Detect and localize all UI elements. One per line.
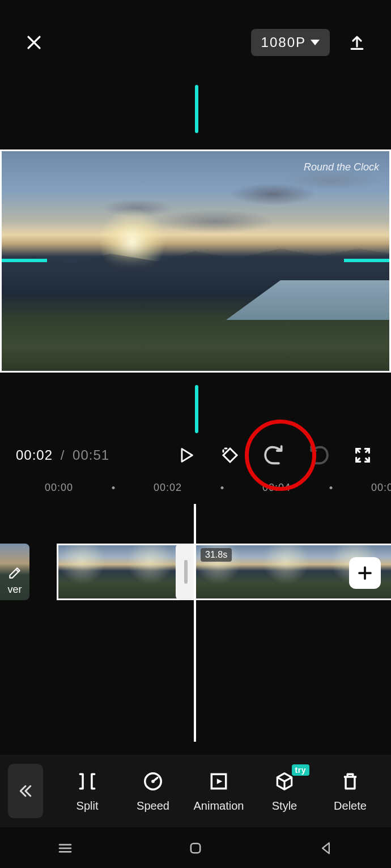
chevrons-left-icon [17, 783, 34, 799]
tool-split-label: Split [76, 799, 99, 813]
svg-rect-3 [191, 844, 200, 853]
play-button[interactable] [173, 443, 198, 468]
nav-back-icon[interactable] [316, 838, 336, 858]
try-badge: try [292, 764, 309, 776]
ruler-tick [330, 486, 333, 489]
resolution-dropdown[interactable]: 1080P [251, 29, 330, 56]
time-ruler[interactable]: 00:00 00:02 00:04 00:06 [0, 478, 391, 499]
redo-button[interactable] [306, 443, 331, 468]
chevron-down-icon [311, 40, 320, 45]
clip-thumbnail [262, 545, 330, 598]
clip-duration-badge: 31.8s [201, 548, 232, 562]
timecode-separator: / [61, 447, 65, 463]
delete-icon [339, 770, 362, 793]
keyframe-button[interactable] [218, 443, 243, 468]
playhead-line[interactable] [194, 504, 196, 742]
tool-speed-label: Speed [137, 799, 169, 813]
nav-home-icon[interactable] [185, 838, 206, 858]
preview-frame: Round the Clock [2, 151, 389, 371]
playhead-indicator-mid [195, 385, 198, 433]
tool-animation[interactable]: Animation [190, 770, 247, 813]
playhead-indicator-top [195, 85, 198, 133]
ruler-mark: 00:06 [371, 482, 391, 494]
close-button[interactable] [23, 31, 45, 54]
toolbar-back-button[interactable] [8, 764, 43, 818]
tool-speed[interactable]: Speed [125, 770, 181, 813]
clip-thumbnail [58, 545, 126, 598]
timecode: 00:02 / 00:51 [16, 447, 109, 463]
system-nav-bar [0, 828, 391, 868]
timecode-total: 00:51 [73, 447, 109, 463]
ruler-tick [221, 486, 224, 489]
split-icon [76, 770, 99, 793]
svg-point-1 [151, 780, 155, 783]
transition-handle[interactable] [176, 544, 196, 600]
watermark-text: Round the Clock [304, 161, 379, 173]
ruler-mark: 00:02 [154, 482, 182, 494]
ruler-tick [112, 486, 115, 489]
nav-recent-icon[interactable] [55, 838, 75, 858]
animation-icon [207, 770, 230, 793]
tool-delete-label: Delete [334, 799, 367, 813]
pencil-icon [7, 566, 22, 580]
guide-line-left [2, 259, 47, 262]
resolution-label: 1080P [261, 35, 306, 50]
undo-button[interactable] [262, 443, 287, 468]
timecode-current: 00:02 [16, 447, 53, 463]
cover-button[interactable]: ver [0, 544, 29, 600]
speed-icon [142, 770, 164, 793]
video-preview[interactable]: Round the Clock [0, 149, 391, 373]
tool-style[interactable]: try Style [256, 770, 313, 813]
tool-animation-label: Animation [194, 799, 244, 813]
cover-label: ver [7, 584, 22, 596]
tool-style-label: Style [272, 799, 297, 813]
ruler-mark: 00:00 [45, 482, 73, 494]
ruler-mark: 00:04 [262, 482, 291, 494]
tool-delete[interactable]: Delete [322, 770, 379, 813]
tool-split[interactable]: Split [59, 770, 116, 813]
guide-line-right [344, 259, 389, 262]
export-button[interactable] [346, 31, 368, 54]
fullscreen-button[interactable] [350, 443, 375, 468]
add-clip-button[interactable] [349, 557, 381, 589]
